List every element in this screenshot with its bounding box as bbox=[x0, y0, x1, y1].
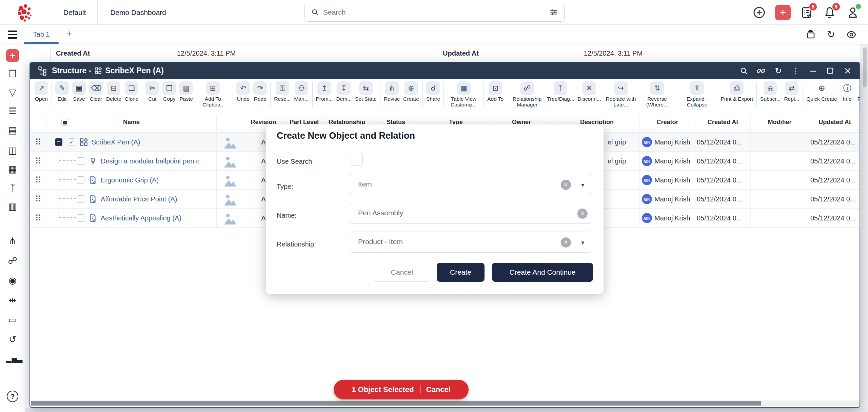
clear-icon[interactable]: ✕ bbox=[577, 209, 588, 219]
eye-icon[interactable] bbox=[846, 30, 856, 40]
sidebar-item-converge-arrows[interactable]: ⇹ bbox=[6, 294, 19, 307]
drag-handle-icon[interactable]: ⠿ bbox=[30, 190, 46, 209]
sidebar-item-filter[interactable]: ▽ bbox=[6, 86, 19, 99]
caret-down-icon[interactable]: ▼ bbox=[580, 182, 585, 188]
row-checkbox[interactable] bbox=[77, 157, 84, 165]
archive-box-icon[interactable] bbox=[806, 30, 816, 40]
sidebar-item-quick-add[interactable]: + bbox=[6, 49, 19, 62]
toolbar-button-relationship-manager[interactable]: ☍Relationship Manager bbox=[509, 81, 545, 107]
sidebar-item-windows[interactable]: ❐ bbox=[6, 67, 19, 80]
toolbar-button-quick-create[interactable]: ⊕Quick Create bbox=[805, 81, 839, 102]
window-maximize-icon[interactable] bbox=[826, 66, 835, 75]
row-name-link[interactable]: Aesthetically Appealing (A) bbox=[101, 214, 181, 222]
toolbar-button-tree-diag[interactable]: ᛉTree/Diag... bbox=[545, 81, 576, 102]
refresh-icon[interactable]: ↻ bbox=[826, 30, 836, 40]
toolbar-button-share[interactable]: ☌Share bbox=[425, 81, 442, 102]
scrollbar-thumb[interactable] bbox=[31, 401, 761, 406]
caret-down-icon[interactable]: ▼ bbox=[580, 240, 585, 246]
new-tab-button[interactable]: + bbox=[63, 28, 75, 40]
toolbar-button-cut[interactable]: ✂Cut bbox=[144, 81, 161, 102]
toolbar-button-undo[interactable]: ↶Undo bbox=[235, 81, 252, 102]
drag-handle-icon[interactable]: ⠿ bbox=[30, 209, 46, 228]
sidebar-item-list-view[interactable]: ☰ bbox=[6, 105, 19, 118]
toolbar-button-open[interactable]: ↗Open bbox=[33, 81, 50, 102]
create-button[interactable]: Create bbox=[437, 263, 485, 282]
page-vertical-scrollbar[interactable] bbox=[863, 47, 867, 87]
sidebar-item-bar-chart[interactable]: ▂▅▃ bbox=[6, 353, 19, 366]
sidebar-item-help[interactable]: ? bbox=[7, 391, 18, 402]
select-all-checkbox[interactable] bbox=[61, 119, 68, 126]
toolbar-button-rese[interactable]: ⚿Rese... bbox=[272, 81, 292, 102]
row-checkbox[interactable] bbox=[77, 214, 84, 222]
toolbar-button-man[interactable]: ⛁Man... bbox=[292, 81, 310, 102]
toolbar-button-create[interactable]: ⊕Create bbox=[401, 81, 421, 102]
toolbar-button-disconn[interactable]: ✕Disconn... bbox=[576, 81, 603, 102]
tasks-icon[interactable]: 5 bbox=[800, 5, 814, 20]
sidebar-item-structure-tree[interactable]: ᛉ bbox=[6, 181, 19, 194]
user-avatar-icon[interactable] bbox=[846, 5, 860, 20]
toolbar-button-info[interactable]: ⓘInfo bbox=[839, 81, 856, 102]
toolbar-button-table-view-customiz[interactable]: ▦Table View Customiz... bbox=[446, 81, 482, 107]
toolbar-button-add-to-clipboa[interactable]: ⊞Add To Clipboa.. bbox=[195, 81, 231, 107]
relationship-select[interactable]: Product - Item ✕ ▼ bbox=[349, 232, 592, 253]
window-refresh-icon[interactable]: ↻ bbox=[774, 66, 783, 75]
toolbar-button-replace-with-late[interactable]: ↪Replace with Late... bbox=[603, 81, 639, 107]
toolbar-button-revise[interactable]: ⋔Revise bbox=[382, 81, 401, 102]
name-input[interactable]: Pen Assembly ✕ bbox=[349, 203, 592, 224]
toolbar-button-delete[interactable]: ⊟Delete bbox=[104, 81, 123, 102]
window-close-icon[interactable] bbox=[843, 66, 852, 75]
cancel-button[interactable]: Cancel bbox=[375, 263, 429, 282]
drag-handle-icon[interactable]: ⠿ bbox=[30, 133, 46, 152]
sidebar-item-preview-eye[interactable]: ◉ bbox=[6, 274, 19, 287]
row-name-link[interactable]: Affordable Price Point (A) bbox=[101, 195, 177, 203]
window-search-icon[interactable] bbox=[739, 66, 748, 75]
tree-collapse-toggle[interactable] bbox=[55, 138, 62, 146]
drag-handle-icon[interactable]: ⠿ bbox=[30, 152, 46, 171]
row-checkbox[interactable] bbox=[77, 195, 84, 203]
window-titlebar[interactable]: Structure - ScribeX Pen (A) ↻ ⋮ bbox=[30, 62, 860, 79]
row-name-link[interactable]: ScribeX Pen (A) bbox=[92, 138, 140, 146]
tab-tab1[interactable]: Tab 1 bbox=[24, 25, 59, 44]
row-checkbox[interactable] bbox=[77, 176, 84, 184]
clear-icon[interactable]: ✕ bbox=[561, 180, 571, 190]
hamburger-menu-icon[interactable] bbox=[8, 31, 17, 39]
add-circle-icon[interactable] bbox=[752, 5, 766, 20]
create-and-continue-button[interactable]: Create And Continue bbox=[492, 263, 593, 282]
use-search-checkbox[interactable] bbox=[350, 153, 363, 166]
sidebar-item-notes-panel[interactable]: ▭ bbox=[6, 313, 19, 326]
global-search-input[interactable]: Search bbox=[304, 3, 565, 22]
sidebar-item-table-view[interactable]: ▦ bbox=[6, 163, 19, 176]
sidebar-item-history[interactable]: ↺ bbox=[6, 333, 19, 346]
toolbar-button-copy[interactable]: ❐Copy bbox=[161, 81, 178, 102]
row-name-link[interactable]: Ergonomic Grip (A) bbox=[101, 176, 159, 184]
toolbar-button-expand-collapse[interactable]: ⇳Expand - Collapse bbox=[679, 81, 715, 107]
toolbar-button-add-to[interactable]: ⊡Add To bbox=[486, 81, 505, 102]
toolbar-button-subscr[interactable]: ⍾Subscr... bbox=[758, 81, 782, 102]
toolbar-button-repl[interactable]: ⇄Repl... bbox=[782, 81, 801, 102]
toolbar-button-print-export[interactable]: ⎙Print & Export bbox=[719, 81, 755, 102]
type-select[interactable]: Item ✕ ▼ bbox=[349, 174, 592, 195]
nav-item-default[interactable]: Default bbox=[54, 0, 95, 25]
window-minimize-icon[interactable] bbox=[808, 66, 817, 75]
row-name-link[interactable]: Design a modular ballpoint pen c bbox=[101, 157, 199, 165]
toolbar-button-prom[interactable]: ↥Prom... bbox=[314, 81, 335, 102]
toolbar-button-save[interactable]: ▣Save bbox=[71, 81, 87, 102]
sidebar-item-form-card[interactable]: ◫ bbox=[6, 144, 19, 157]
window-link-icon[interactable] bbox=[756, 66, 766, 75]
sidebar-item-workflow[interactable]: ☍ bbox=[6, 254, 19, 267]
toolbar-button-edit[interactable]: ✎Edit bbox=[54, 81, 71, 102]
window-horizontal-scrollbar[interactable] bbox=[30, 400, 860, 406]
nav-item-demo-dashboard[interactable]: Demo Dashboard bbox=[102, 0, 175, 25]
filter-sliders-icon[interactable] bbox=[549, 8, 558, 17]
clear-icon[interactable]: ✕ bbox=[561, 237, 571, 248]
notifications-bell-icon[interactable]: 5 bbox=[823, 5, 837, 20]
toolbar-button-redo[interactable]: ↷Redo bbox=[252, 81, 269, 102]
row-checkbox[interactable] bbox=[68, 138, 75, 146]
toolbar-button-set-state[interactable]: ⇆Set State bbox=[353, 81, 378, 102]
selection-cancel-button[interactable]: Cancel bbox=[426, 385, 451, 394]
sidebar-item-kanban[interactable]: ▥ bbox=[6, 200, 19, 213]
toolbar-button-dem[interactable]: ↧Dem... bbox=[334, 81, 353, 102]
sidebar-item-clipboard[interactable]: ▤ bbox=[6, 124, 19, 137]
toolbar-button-paste[interactable]: ▤Paste bbox=[178, 81, 195, 102]
toolbar-button-reverse-where[interactable]: ⇅Reverse (Where... bbox=[639, 81, 675, 107]
